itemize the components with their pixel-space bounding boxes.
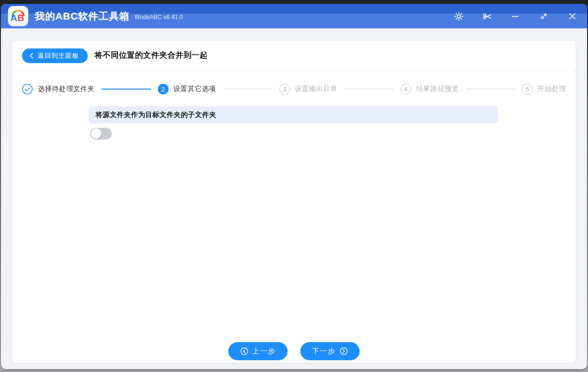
app-version: WodeABC v6.41.0: [134, 14, 183, 21]
app-logo: A B: [8, 6, 28, 26]
step-connector: [101, 89, 151, 90]
circle-chevron-left-icon: [240, 347, 248, 355]
back-to-main-button[interactable]: 返回到主面板: [22, 48, 88, 63]
app-window: A B 我的ABC软件工具箱 WodeABC v6.41.0: [1, 4, 587, 369]
subfolder-toggle[interactable]: [90, 128, 112, 140]
prev-step-button[interactable]: 上一步: [228, 342, 288, 360]
page-title: 将不同位置的文件夹合并到一起: [95, 50, 208, 61]
prev-button-label: 上一步: [252, 347, 276, 356]
option-label: 将源文件夹作为目标文件夹的子文件夹: [96, 111, 217, 119]
wizard-footer: 上一步 下一步: [12, 342, 576, 363]
card-header: 返回到主面板 将不同位置的文件夹合并到一起: [12, 41, 576, 71]
titlebar: A B 我的ABC软件工具箱 WodeABC v6.41.0: [1, 4, 587, 28]
step-label: 设置输出目录: [295, 85, 338, 93]
step-number: 5: [522, 84, 533, 94]
app-body: 返回到主面板 将不同位置的文件夹合并到一起 选择待处理文件夹: [1, 28, 587, 369]
step-label: 选择待处理文件夹: [38, 85, 95, 93]
step-label: 设置其它选项: [173, 85, 216, 93]
step-indicator: 选择待处理文件夹 2 设置其它选项 3 设置输出目录 4 结果路径预览: [12, 84, 576, 94]
circle-chevron-right-icon: [340, 347, 348, 355]
chevron-left-icon: [29, 52, 33, 59]
step-connector: [466, 89, 515, 90]
main-card: 返回到主面板 将不同位置的文件夹合并到一起 选择待处理文件夹: [12, 40, 576, 363]
option-row-subfolder: 将源文件夹作为目标文件夹的子文件夹: [89, 106, 498, 123]
step-3-output-dir: 3 设置输出目录: [279, 84, 338, 94]
step-5-start-process: 5 开始处理: [522, 84, 566, 94]
step-connector: [223, 89, 272, 90]
toggle-knob: [91, 128, 101, 139]
step-number: 2: [158, 84, 169, 94]
step-2-set-options: 2 设置其它选项: [158, 84, 216, 94]
step-number: 4: [400, 84, 411, 94]
app-title: 我的ABC软件工具箱: [35, 10, 129, 23]
back-button-label: 返回到主面板: [38, 51, 79, 60]
svg-text:A: A: [11, 13, 18, 23]
svg-text:B: B: [18, 13, 24, 23]
step-connector: [344, 89, 394, 90]
close-icon[interactable]: [567, 11, 577, 21]
step-4-result-preview: 4 结果路径预览: [400, 84, 459, 94]
logo-graphic: A B: [9, 7, 27, 25]
step-label: 开始处理: [538, 85, 566, 93]
next-button-label: 下一步: [312, 347, 336, 356]
minimize-icon[interactable]: [511, 11, 520, 21]
settings-icon[interactable]: [454, 11, 464, 21]
scissors-icon[interactable]: [482, 11, 492, 21]
resize-icon[interactable]: [539, 11, 549, 21]
step-number: 3: [279, 84, 290, 94]
step-label: 结果路径预览: [416, 85, 459, 93]
step-1-select-folders: 选择待处理文件夹: [22, 84, 95, 94]
step-done-check-icon: [22, 84, 33, 94]
next-step-button[interactable]: 下一步: [300, 342, 360, 360]
options-panel: 将源文件夹作为目标文件夹的子文件夹: [12, 94, 576, 342]
